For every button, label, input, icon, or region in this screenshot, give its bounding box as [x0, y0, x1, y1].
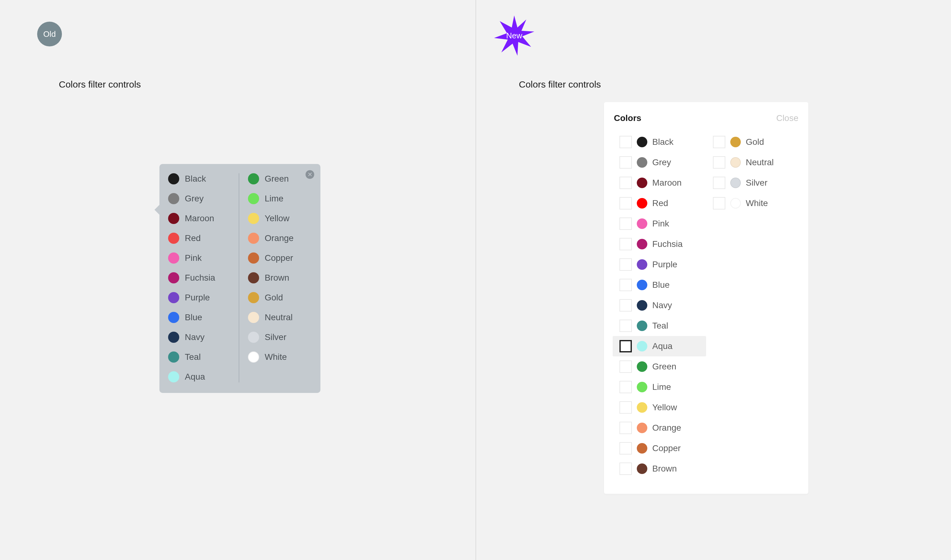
color-option-yellow[interactable]: Yellow — [248, 213, 310, 224]
color-label: Orange — [265, 233, 293, 243]
color-option-navy[interactable]: Navy — [613, 295, 706, 315]
checkbox[interactable] — [713, 177, 725, 189]
color-label: Silver — [265, 332, 286, 342]
color-option-fuchsia[interactable]: Fuchsia — [613, 234, 706, 254]
color-label: Lime — [265, 194, 284, 203]
checkbox[interactable] — [620, 401, 632, 414]
color-option-black[interactable]: Black — [613, 132, 706, 152]
checkbox[interactable] — [620, 299, 632, 312]
swatch-fuchsia-icon — [637, 239, 647, 249]
color-option-maroon[interactable]: Maroon — [613, 172, 706, 193]
swatch-neutral-icon — [248, 312, 259, 323]
checkbox[interactable] — [620, 136, 632, 148]
color-option-maroon[interactable]: Maroon — [168, 213, 230, 224]
color-option-red[interactable]: Red — [168, 233, 230, 244]
swatch-grey-icon — [168, 193, 179, 204]
checkbox[interactable] — [620, 217, 632, 230]
checkbox[interactable] — [620, 156, 632, 169]
color-option-lime[interactable]: Lime — [248, 193, 310, 204]
checkbox[interactable] — [713, 136, 725, 148]
color-option-gold[interactable]: Gold — [706, 132, 800, 152]
color-option-neutral[interactable]: Neutral — [706, 152, 800, 172]
checkbox[interactable] — [620, 340, 632, 352]
checkbox[interactable] — [620, 238, 632, 250]
checkbox[interactable] — [620, 422, 632, 434]
swatch-aqua-icon — [637, 341, 647, 351]
color-option-copper[interactable]: Copper — [613, 438, 706, 458]
color-label: Neutral — [265, 312, 293, 322]
color-option-copper[interactable]: Copper — [248, 252, 310, 264]
checkbox[interactable] — [620, 463, 632, 475]
swatch-lime-icon — [637, 382, 647, 392]
swatch-silver-icon — [730, 178, 741, 188]
color-option-pink[interactable]: Pink — [168, 252, 230, 264]
new-left-column: BlackGreyMaroonRedPinkFuchsiaPurpleBlueN… — [613, 132, 706, 479]
color-option-purple[interactable]: Purple — [613, 254, 706, 275]
color-label: Grey — [185, 194, 204, 203]
color-label: Aqua — [185, 372, 205, 382]
swatch-white-icon — [248, 351, 259, 363]
color-option-black[interactable]: Black — [168, 173, 230, 185]
checkbox[interactable] — [620, 381, 632, 393]
color-option-yellow[interactable]: Yellow — [613, 397, 706, 418]
checkbox[interactable] — [713, 156, 725, 169]
color-label: Green — [652, 362, 677, 372]
swatch-yellow-icon — [248, 213, 259, 224]
color-option-blue[interactable]: Blue — [168, 312, 230, 323]
checkbox[interactable] — [620, 360, 632, 373]
color-option-teal[interactable]: Teal — [168, 351, 230, 363]
color-option-grey[interactable]: Grey — [168, 193, 230, 204]
color-option-silver[interactable]: Silver — [706, 172, 800, 193]
swatch-teal-icon — [637, 320, 647, 331]
checkbox[interactable] — [620, 177, 632, 189]
checkbox[interactable] — [713, 197, 725, 209]
color-option-silver[interactable]: Silver — [248, 332, 310, 343]
checkbox[interactable] — [620, 258, 632, 271]
color-option-red[interactable]: Red — [613, 193, 706, 214]
close-button[interactable]: Close — [776, 113, 798, 123]
color-option-blue[interactable]: Blue — [613, 275, 706, 295]
swatch-aqua-icon — [168, 371, 179, 382]
color-option-orange[interactable]: Orange — [613, 418, 706, 438]
swatch-brown-icon — [248, 272, 259, 283]
checkbox[interactable] — [620, 279, 632, 291]
swatch-copper-icon — [248, 252, 259, 264]
new-pane: New Colors filter controls Colors Close … — [476, 0, 951, 560]
checkbox[interactable] — [620, 442, 632, 454]
color-option-white[interactable]: White — [706, 193, 800, 214]
color-option-teal[interactable]: Teal — [613, 315, 706, 336]
swatch-green-icon — [248, 173, 259, 185]
color-label: Aqua — [652, 341, 672, 351]
color-label: Navy — [652, 300, 672, 310]
color-label: Fuchsia — [652, 239, 683, 249]
color-option-green[interactable]: Green — [248, 173, 310, 185]
color-option-brown[interactable]: Brown — [248, 272, 310, 283]
color-option-grey[interactable]: Grey — [613, 152, 706, 172]
color-option-neutral[interactable]: Neutral — [248, 312, 310, 323]
color-option-fuchsia[interactable]: Fuchsia — [168, 272, 230, 283]
new-color-panel: Colors Close BlackGreyMaroonRedPinkFuchs… — [604, 102, 808, 494]
color-option-purple[interactable]: Purple — [168, 292, 230, 303]
color-option-green[interactable]: Green — [613, 357, 706, 377]
color-option-lime[interactable]: Lime — [613, 377, 706, 397]
color-option-pink[interactable]: Pink — [613, 214, 706, 234]
color-option-aqua[interactable]: Aqua — [168, 371, 230, 382]
swatch-red-icon — [637, 198, 647, 209]
color-option-brown[interactable]: Brown — [613, 458, 706, 479]
color-label: Blue — [652, 280, 670, 290]
checkbox[interactable] — [620, 197, 632, 209]
swatch-blue-icon — [168, 312, 179, 323]
swatch-yellow-icon — [637, 402, 647, 413]
color-option-white[interactable]: White — [248, 351, 310, 363]
color-option-orange[interactable]: Orange — [248, 233, 310, 244]
color-option-navy[interactable]: Navy — [168, 332, 230, 343]
old-section-title: Colors filter controls — [59, 79, 141, 90]
color-label: Pink — [185, 253, 202, 263]
checkbox[interactable] — [620, 320, 632, 332]
color-option-gold[interactable]: Gold — [248, 292, 310, 303]
color-label: Blue — [185, 312, 202, 322]
close-icon[interactable]: ✕ — [305, 170, 314, 179]
color-option-aqua[interactable]: Aqua — [613, 336, 706, 357]
swatch-maroon-icon — [637, 178, 647, 188]
color-label: Yellow — [652, 403, 677, 412]
